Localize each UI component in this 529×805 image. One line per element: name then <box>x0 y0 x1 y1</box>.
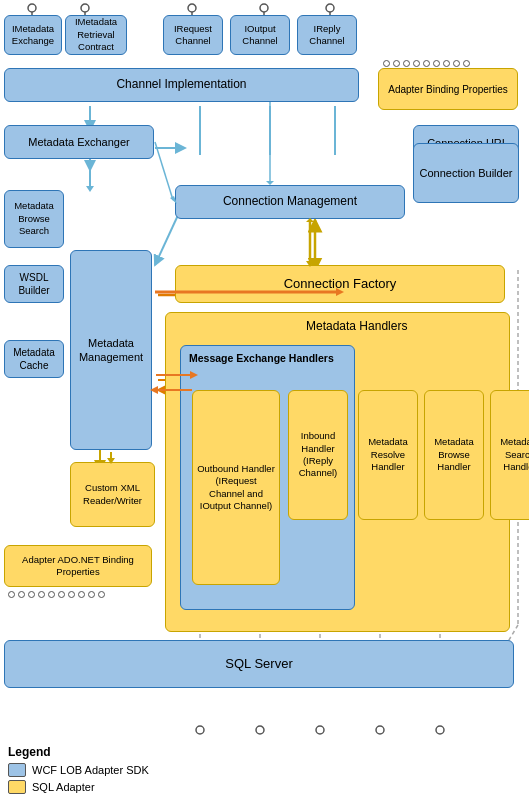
imetadata-exchange-box: IMetadata Exchange <box>4 15 62 55</box>
circle <box>68 591 75 598</box>
metadata-cache-box: Metadata Cache <box>4 340 64 378</box>
circle <box>413 60 420 67</box>
circle <box>393 60 400 67</box>
legend-item-gold: SQL Adapter <box>8 780 149 794</box>
legend: Legend WCF LOB Adapter SDK SQL Adapter <box>8 745 149 797</box>
svg-point-9 <box>326 4 334 12</box>
metadata-resolve-box: Metadata Resolve Handler <box>358 390 418 520</box>
circle <box>403 60 410 67</box>
architecture-diagram: IMetadata Exchange IMetadata Retrieval C… <box>0 0 529 805</box>
connection-management-box: Connection Management <box>175 185 405 219</box>
circle <box>423 60 430 67</box>
legend-swatch-gold <box>8 780 26 794</box>
circle <box>8 591 15 598</box>
svg-point-3 <box>81 4 89 12</box>
legend-swatch-blue <box>8 763 26 777</box>
circle <box>88 591 95 598</box>
irequest-channel-box: IRequest Channel <box>163 15 223 55</box>
adapter-binding-props-box: Adapter Binding Properties <box>378 68 518 110</box>
circle <box>453 60 460 67</box>
message-exchange-label: Message Exchange Handlers <box>189 352 334 364</box>
circle <box>443 60 450 67</box>
connection-factory-box: Connection Factory <box>175 265 505 303</box>
metadata-browse-box: Metadata Browse Handler <box>424 390 484 520</box>
circle <box>383 60 390 67</box>
legend-item-blue: WCF LOB Adapter SDK <box>8 763 149 777</box>
connection-builder-box: Connection Builder <box>413 143 519 203</box>
legend-label-gold: SQL Adapter <box>32 781 95 793</box>
outbound-handler-box: Outbound Handler (IRequest Channel and I… <box>192 390 280 585</box>
custom-xml-box: Custom XML Reader/Writer <box>70 462 155 527</box>
svg-marker-35 <box>86 186 94 192</box>
imetadata-retrieval-box: IMetadata Retrieval Contract <box>65 15 127 55</box>
circle <box>58 591 65 598</box>
svg-point-33 <box>436 726 444 734</box>
sql-server-box: SQL Server <box>4 640 514 688</box>
svg-point-30 <box>256 726 264 734</box>
circle <box>98 591 105 598</box>
ioutput-channel-box: IOutput Channel <box>230 15 290 55</box>
metadata-exchanger-box: Metadata Exchanger <box>4 125 154 159</box>
svg-line-49 <box>155 142 173 200</box>
legend-label-blue: WCF LOB Adapter SDK <box>32 764 149 776</box>
wsdl-builder-box: WSDL Builder <box>4 265 64 303</box>
svg-point-5 <box>188 4 196 12</box>
legend-title: Legend <box>8 745 149 759</box>
adapter-ado-box: Adapter ADO.NET Binding Properties <box>4 545 152 587</box>
circle <box>433 60 440 67</box>
circle <box>463 60 470 67</box>
circle <box>48 591 55 598</box>
metadata-management-box: Metadata Management <box>70 250 152 450</box>
metadata-search-box: Metadata Search Handler <box>490 390 529 520</box>
svg-point-32 <box>376 726 384 734</box>
circle <box>78 591 85 598</box>
inbound-handler-box: Inbound Handler (IReply Channel) <box>288 390 348 520</box>
svg-point-29 <box>196 726 204 734</box>
channel-impl-box: Channel Implementation <box>4 68 359 102</box>
metadata-handlers-label: Metadata Handlers <box>306 319 407 333</box>
svg-point-7 <box>260 4 268 12</box>
ireply-channel-box: IReply Channel <box>297 15 357 55</box>
circle <box>38 591 45 598</box>
svg-point-1 <box>28 4 36 12</box>
svg-point-31 <box>316 726 324 734</box>
metadata-browse-search-box: Metadata Browse Search <box>4 190 64 248</box>
circle <box>28 591 35 598</box>
circle <box>18 591 25 598</box>
